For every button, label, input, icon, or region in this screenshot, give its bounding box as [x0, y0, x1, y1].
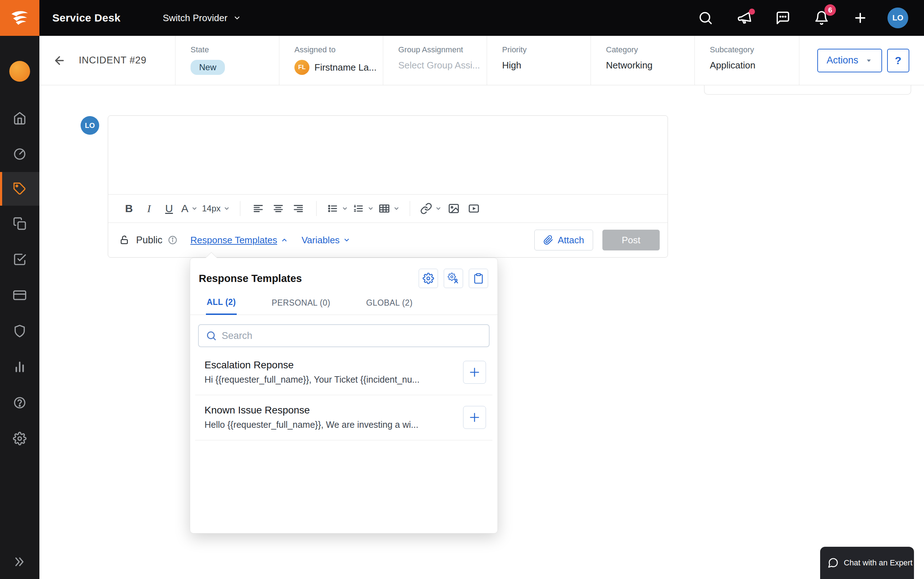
- chat-widget-label: Chat with an Expert: [844, 558, 913, 568]
- link-button[interactable]: [418, 198, 444, 219]
- help-button[interactable]: ?: [887, 49, 909, 72]
- sidebar-item-tasks[interactable]: [0, 242, 39, 277]
- sidebar-item-assets[interactable]: [0, 206, 39, 242]
- user-gear-icon: [448, 273, 459, 284]
- plus-icon: [469, 366, 481, 378]
- tab-all[interactable]: ALL (2): [206, 298, 237, 315]
- template-list-item[interactable]: Escalation Reponse Hi {{requester_full_n…: [195, 350, 493, 395]
- comment-editor: B I U A 14px: [108, 115, 668, 258]
- notification-badge: 6: [824, 4, 836, 16]
- template-title: Escalation Reponse: [204, 359, 456, 371]
- check-square-icon: [13, 253, 26, 266]
- chat-button[interactable]: [773, 8, 793, 28]
- field-state[interactable]: State New: [175, 36, 279, 85]
- lock-icon: [119, 235, 130, 245]
- numbered-list-icon: [353, 203, 365, 214]
- numbered-list-button[interactable]: [350, 198, 376, 219]
- field-subcategory[interactable]: Subcategory Application: [694, 36, 798, 85]
- chat-icon: [775, 10, 790, 25]
- assignee-name: Firstname La...: [315, 62, 376, 73]
- sidebar-item-home[interactable]: [0, 100, 39, 136]
- visibility-label[interactable]: Public: [136, 235, 163, 246]
- sidebar-item-security[interactable]: [0, 313, 39, 349]
- tab-global[interactable]: GLOBAL (2): [365, 298, 413, 315]
- align-left-button[interactable]: [248, 198, 268, 219]
- create-button[interactable]: [850, 8, 870, 28]
- font-size-select[interactable]: 14px: [200, 198, 232, 219]
- back-button[interactable]: [53, 54, 66, 67]
- field-category[interactable]: Category Networking: [591, 36, 694, 85]
- sidebar-item-procurement[interactable]: [0, 277, 39, 313]
- personal-template-settings-button[interactable]: [444, 269, 463, 288]
- align-right-button[interactable]: [288, 198, 309, 219]
- align-center-button[interactable]: [268, 198, 288, 219]
- editor-footer: Public Response Templates Variables Atta…: [108, 223, 668, 257]
- table-button[interactable]: [376, 198, 402, 219]
- service-desk-app: Service Desk Switch Provider: [0, 0, 924, 579]
- comment-author-avatar: LO: [81, 116, 99, 135]
- announcement-dot: [749, 8, 755, 15]
- template-search-input[interactable]: [222, 330, 482, 342]
- response-templates-label: Response Templates: [191, 235, 277, 246]
- tab-personal[interactable]: PERSONAL (0): [271, 298, 331, 315]
- announcements-button[interactable]: [734, 8, 754, 28]
- response-templates-toggle[interactable]: Response Templates: [191, 235, 288, 246]
- switch-provider-menu[interactable]: Switch Provider: [163, 13, 241, 24]
- field-assigned-to[interactable]: Assigned to FL Firstname La...: [279, 36, 383, 85]
- bold-button[interactable]: B: [119, 198, 139, 219]
- italic-button[interactable]: I: [139, 198, 159, 219]
- search-icon: [206, 330, 217, 341]
- attach-button[interactable]: Attach: [534, 230, 593, 250]
- variables-toggle[interactable]: Variables: [302, 235, 350, 246]
- image-icon: [448, 203, 460, 214]
- field-group-assignment-label: Group Assignment: [398, 45, 483, 54]
- post-button[interactable]: Post: [602, 230, 660, 250]
- editor-text-area[interactable]: [108, 116, 668, 194]
- arrow-left-icon: [53, 54, 66, 67]
- assignee-avatar: FL: [294, 60, 309, 75]
- paperclip-icon: [543, 235, 553, 245]
- table-icon: [378, 203, 390, 214]
- bullet-list-button[interactable]: [325, 198, 350, 219]
- popup-tools: [419, 269, 488, 288]
- template-title: Known Issue Response: [204, 404, 456, 416]
- chevron-down-icon: [865, 57, 873, 64]
- chevron-down-icon: [342, 205, 348, 212]
- editor-toolbar: B I U A 14px: [108, 194, 668, 223]
- template-search[interactable]: [198, 324, 490, 347]
- sidebar-item-reports[interactable]: [0, 349, 39, 385]
- toolbar-divider: [240, 201, 240, 216]
- chevron-down-icon: [393, 205, 400, 212]
- align-right-icon: [292, 203, 304, 214]
- sidebar-item-settings[interactable]: [0, 420, 39, 456]
- sidebar-item-help[interactable]: [0, 385, 39, 420]
- clipboard-button[interactable]: [469, 269, 488, 288]
- actions-button-label: Actions: [827, 55, 859, 66]
- insert-video-button[interactable]: [464, 198, 484, 219]
- gear-icon: [423, 273, 434, 284]
- insert-image-button[interactable]: [444, 198, 464, 219]
- field-group-assignment[interactable]: Group Assignment Select Group Assi...: [383, 36, 487, 85]
- org-avatar[interactable]: [9, 61, 30, 82]
- template-list-item[interactable]: Known Issue Response Hello {{requester_f…: [195, 395, 493, 440]
- insert-template-button[interactable]: [463, 406, 486, 429]
- video-icon: [468, 203, 480, 214]
- app-logo-icon[interactable]: [0, 0, 39, 36]
- template-settings-button[interactable]: [419, 269, 438, 288]
- insert-template-button[interactable]: [463, 361, 486, 384]
- text-color-button[interactable]: A: [179, 198, 200, 219]
- notifications-button[interactable]: 6: [811, 8, 832, 28]
- field-subcategory-label: Subcategory: [710, 45, 795, 54]
- plus-icon: [853, 10, 868, 25]
- sidebar-item-service-desk[interactable]: [0, 172, 39, 206]
- user-avatar[interactable]: LO: [888, 8, 908, 28]
- underline-button[interactable]: U: [159, 198, 179, 219]
- sidebar-item-dashboard[interactable]: [0, 136, 39, 172]
- sidebar-expand-button[interactable]: [0, 551, 39, 572]
- state-badge[interactable]: New: [191, 60, 225, 75]
- popup-title: Response Templates: [199, 273, 302, 285]
- search-button[interactable]: [695, 8, 715, 28]
- actions-button[interactable]: Actions: [817, 49, 882, 72]
- field-priority[interactable]: Priority High: [487, 36, 591, 85]
- chat-with-expert-button[interactable]: Chat with an Expert: [820, 547, 914, 579]
